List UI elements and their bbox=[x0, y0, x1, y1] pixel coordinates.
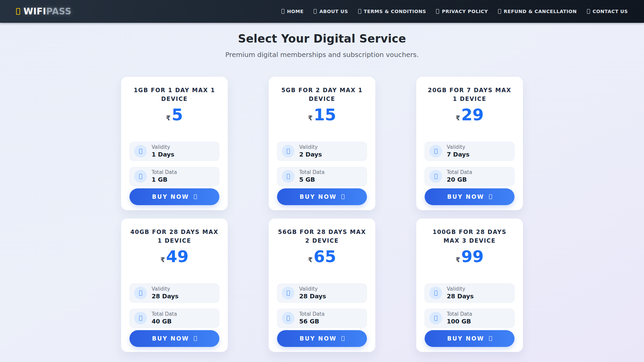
nav-item[interactable]: CONTACT US bbox=[587, 9, 628, 14]
database-icon bbox=[134, 312, 147, 324]
database-icon bbox=[134, 170, 147, 183]
page-title: Select Your Digital Service bbox=[0, 32, 644, 45]
validity-row: Validity 7 Days bbox=[425, 142, 515, 161]
plan-details: Validity 28 Days Total Data 56 GB bbox=[277, 284, 367, 328]
price-amount: 99 bbox=[461, 248, 484, 265]
plan-details: Validity 28 Days Total Data 40 GB bbox=[129, 284, 219, 328]
plan-title: 20GB FOR 7 DAYS MAX 1 DEVICE bbox=[425, 86, 515, 103]
price-amount: 49 bbox=[166, 248, 189, 265]
validity-row: Validity 1 Days bbox=[129, 142, 219, 161]
validity-row: Validity 28 Days bbox=[425, 284, 515, 303]
total-data-row: Total Data 1 GB bbox=[129, 167, 219, 186]
database-icon bbox=[429, 312, 442, 324]
plan-price: ₹ 5 bbox=[129, 106, 219, 124]
nav-item[interactable]: ABOUT US bbox=[314, 9, 348, 14]
cart-icon bbox=[341, 336, 344, 341]
total-data-label: Total Data bbox=[299, 169, 325, 176]
plan-price: ₹ 49 bbox=[129, 248, 219, 265]
validity-label: Validity bbox=[299, 144, 322, 151]
total-data-row: Total Data 56 GB bbox=[277, 309, 367, 328]
wifi-icon bbox=[16, 8, 20, 15]
total-data-label: Total Data bbox=[447, 169, 472, 176]
total-data-row: Total Data 40 GB bbox=[129, 309, 219, 328]
nav-item[interactable]: PRIVACY POLICY bbox=[436, 9, 488, 14]
nav-list-item: CONTACT US bbox=[587, 9, 628, 14]
clock-icon bbox=[282, 287, 294, 299]
plan-title: 100GB FOR 28 DAYS MAX 3 DEVICE bbox=[425, 228, 515, 245]
total-data-value: 40 GB bbox=[152, 317, 177, 325]
plan-card: 40GB FOR 28 DAYS MAX 1 DEVICE ₹ 49 Valid… bbox=[121, 219, 228, 352]
nav-list-item: HOME bbox=[281, 9, 304, 14]
plan-price: ₹ 15 bbox=[277, 106, 367, 124]
rupee-symbol: ₹ bbox=[160, 256, 165, 264]
headset-icon bbox=[498, 9, 501, 14]
total-data-row: Total Data 100 GB bbox=[425, 309, 515, 328]
plan-title: 40GB FOR 28 DAYS MAX 1 DEVICE bbox=[129, 228, 219, 245]
plan-details: Validity 7 Days Total Data 20 GB bbox=[425, 142, 515, 186]
price-amount: 65 bbox=[314, 248, 336, 265]
total-data-value: 20 GB bbox=[447, 176, 472, 183]
buy-now-button[interactable]: BUY NOW bbox=[425, 188, 515, 205]
validity-label: Validity bbox=[447, 144, 470, 151]
clock-icon bbox=[282, 145, 294, 158]
plan-title: 56GB FOR 28 DAYS MAX 2 DEVICE bbox=[277, 228, 367, 245]
rupee-symbol: ₹ bbox=[308, 114, 313, 122]
total-data-row: Total Data 20 GB bbox=[425, 167, 515, 186]
plan-card: 56GB FOR 28 DAYS MAX 2 DEVICE ₹ 65 Valid… bbox=[269, 219, 375, 352]
plan-title: 1GB FOR 1 DAY MAX 1 DEVICE bbox=[129, 86, 219, 103]
cart-icon bbox=[341, 194, 344, 199]
plan-price: ₹ 99 bbox=[425, 248, 515, 265]
headset-icon bbox=[358, 9, 361, 14]
validity-row: Validity 2 Days bbox=[277, 142, 367, 161]
validity-value: 28 Days bbox=[299, 292, 326, 300]
validity-label: Validity bbox=[447, 286, 474, 293]
top-navbar: WIFIPASS HOME ABOUT US TERMS & CONDITION… bbox=[0, 0, 644, 23]
validity-label: Validity bbox=[152, 286, 178, 293]
clock-icon bbox=[134, 287, 147, 299]
buy-now-button[interactable]: BUY NOW bbox=[277, 330, 367, 347]
headset-icon bbox=[587, 9, 590, 14]
validity-value: 2 Days bbox=[299, 150, 322, 158]
total-data-value: 5 GB bbox=[299, 176, 325, 183]
plan-price: ₹ 29 bbox=[425, 106, 515, 124]
rupee-symbol: ₹ bbox=[166, 114, 171, 122]
database-icon bbox=[282, 170, 294, 183]
plan-card: 5GB FOR 2 DAY MAX 1 DEVICE ₹ 15 Validity… bbox=[269, 77, 375, 210]
database-icon bbox=[429, 170, 442, 183]
buy-now-button[interactable]: BUY NOW bbox=[129, 188, 219, 205]
plans-grid: 1GB FOR 1 DAY MAX 1 DEVICE ₹ 5 Validity … bbox=[121, 77, 523, 352]
cart-icon bbox=[489, 194, 492, 199]
validity-label: Validity bbox=[299, 286, 326, 293]
validity-row: Validity 28 Days bbox=[277, 284, 367, 303]
hero-section: Select Your Digital Service Premium digi… bbox=[0, 23, 644, 59]
buy-now-button[interactable]: BUY NOW bbox=[425, 330, 515, 347]
total-data-value: 56 GB bbox=[299, 317, 325, 325]
headset-icon bbox=[436, 9, 439, 14]
plan-title: 5GB FOR 2 DAY MAX 1 DEVICE bbox=[277, 86, 367, 103]
main-nav: HOME ABOUT US TERMS & CONDITIONS PRIVACY… bbox=[281, 9, 628, 14]
nav-list-item: TERMS & CONDITIONS bbox=[358, 9, 426, 14]
validity-value: 28 Days bbox=[152, 292, 178, 300]
validity-label: Validity bbox=[152, 144, 174, 151]
nav-list-item: REFUND & CANCELLATION bbox=[498, 9, 577, 14]
brand-name: WIFIPASS bbox=[23, 6, 71, 16]
nav-item[interactable]: REFUND & CANCELLATION bbox=[498, 9, 577, 14]
clock-icon bbox=[134, 145, 147, 158]
buy-now-button[interactable]: BUY NOW bbox=[129, 330, 219, 347]
validity-value: 7 Days bbox=[447, 150, 470, 158]
plan-details: Validity 28 Days Total Data 100 GB bbox=[425, 284, 515, 328]
total-data-value: 100 GB bbox=[447, 317, 472, 325]
nav-list-item: ABOUT US bbox=[314, 9, 348, 14]
cart-icon bbox=[194, 336, 197, 341]
clock-icon bbox=[429, 287, 442, 299]
brand-logo[interactable]: WIFIPASS bbox=[16, 6, 71, 16]
rupee-symbol: ₹ bbox=[308, 256, 313, 264]
nav-item[interactable]: TERMS & CONDITIONS bbox=[358, 9, 426, 14]
nav-item[interactable]: HOME bbox=[281, 9, 304, 14]
total-data-label: Total Data bbox=[152, 311, 177, 318]
plan-details: Validity 1 Days Total Data 1 GB bbox=[129, 142, 219, 186]
main-content: Select Your Digital Service Premium digi… bbox=[0, 23, 644, 352]
buy-now-button[interactable]: BUY NOW bbox=[277, 188, 367, 205]
plan-card: 100GB FOR 28 DAYS MAX 3 DEVICE ₹ 99 Vali… bbox=[416, 219, 523, 352]
total-data-value: 1 GB bbox=[152, 176, 177, 183]
